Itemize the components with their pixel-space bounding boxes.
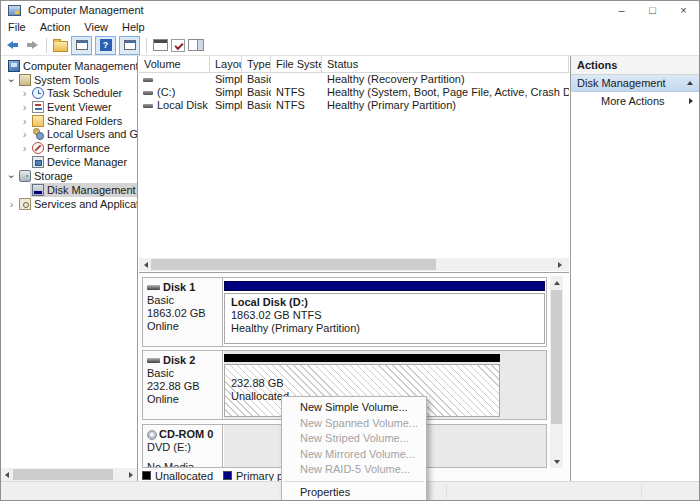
- forward-icon[interactable]: [24, 37, 40, 53]
- cdrom-label-box[interactable]: CD-ROM 0 DVD (E:) No Media: [143, 425, 223, 467]
- console-tree-toggle-button[interactable]: [71, 36, 92, 55]
- users-icon: [32, 128, 44, 140]
- show-hide-button[interactable]: [119, 36, 140, 55]
- arrow-left-icon: [144, 262, 148, 268]
- volume-type: Basic: [242, 86, 271, 99]
- volume-file-system: NTFS: [271, 86, 322, 99]
- chevron-right-icon[interactable]: [19, 116, 30, 127]
- shared-folders-icon: [32, 115, 44, 127]
- column-header-volume[interactable]: Volume: [139, 56, 210, 72]
- computer-icon: [8, 60, 20, 72]
- action-pane-icon[interactable]: [188, 39, 204, 51]
- sidebar-item-performance[interactable]: Performance: [1, 141, 138, 155]
- scroll-right-button[interactable]: [553, 258, 566, 271]
- table-row[interactable]: Local Disk (D:) Simple Basic NTFS Health…: [139, 99, 569, 112]
- title-bar: Computer Management – □ ×: [1, 1, 699, 19]
- menu-help[interactable]: Help: [115, 20, 152, 34]
- sidebar-item-system-tools[interactable]: System Tools: [1, 73, 138, 87]
- volume-file-system: [271, 73, 322, 86]
- column-header-layout[interactable]: Layout: [210, 56, 242, 72]
- scroll-thumb[interactable]: [151, 259, 436, 270]
- primary-partition-swatch: [223, 471, 232, 480]
- sidebar-item-label: Computer Management (Local: [23, 60, 138, 72]
- menu-item-new-simple-volume[interactable]: New Simple Volume...: [282, 400, 426, 416]
- chevron-right-icon[interactable]: [19, 102, 30, 113]
- partition-body[interactable]: Local Disk (D:) 1863.02 GB NTFS Healthy …: [224, 293, 545, 344]
- disk1-partition-area[interactable]: Local Disk (D:) 1863.02 GB NTFS Healthy …: [224, 278, 546, 346]
- volume-type: Basic: [242, 73, 271, 86]
- close-button[interactable]: ×: [668, 1, 699, 19]
- table-row[interactable]: (C:) Simple Basic NTFS Healthy (System, …: [139, 86, 569, 99]
- disk2-label-box[interactable]: Disk 2 Basic 232.88 GB Online: [143, 351, 223, 419]
- window-controls: – □ ×: [606, 1, 699, 19]
- cd-icon: [147, 430, 157, 440]
- menu-action[interactable]: Action: [33, 20, 78, 34]
- sidebar-item-local-users-groups[interactable]: Local Users and Groups: [1, 127, 138, 141]
- event-viewer-icon: [32, 101, 44, 113]
- chevron-right-icon[interactable]: [19, 143, 30, 154]
- chevron-right-icon[interactable]: [19, 88, 30, 99]
- sidebar-item-label: Services and Applications: [34, 198, 138, 210]
- more-actions-item[interactable]: More Actions: [571, 92, 700, 109]
- tree-hscrollbar[interactable]: [1, 468, 137, 481]
- folder-up-icon[interactable]: [53, 41, 68, 52]
- checklist-icon[interactable]: [171, 39, 185, 52]
- menu-view[interactable]: View: [77, 20, 115, 34]
- volume-name: (C:): [157, 86, 175, 99]
- more-actions-label: More Actions: [601, 95, 665, 107]
- column-header-file-system[interactable]: File System: [271, 56, 322, 72]
- app-icon: [8, 5, 21, 16]
- disk-kind: Basic: [147, 294, 219, 307]
- collapse-icon[interactable]: [687, 81, 693, 85]
- sidebar-item-event-viewer[interactable]: Event Viewer: [1, 100, 138, 114]
- toolbar-separator: [146, 38, 147, 53]
- table-row[interactable]: Simple Basic Healthy (Recovery Partition…: [139, 73, 569, 86]
- sidebar-item-services-applications[interactable]: Services and Applications: [1, 197, 138, 211]
- disk1-label-box[interactable]: Disk 1 Basic 1863.02 GB Online: [143, 278, 223, 346]
- menu-item-new-raid5-volume: New RAID-5 Volume...: [282, 462, 426, 478]
- chevron-right-icon[interactable]: [6, 199, 17, 210]
- chevron-down-icon[interactable]: [6, 75, 17, 86]
- popup-window-icon[interactable]: [153, 39, 168, 51]
- scroll-up-button[interactable]: [550, 276, 563, 289]
- disk-state: Online: [147, 320, 219, 333]
- console-tree-panel: Computer Management (Local System Tools …: [1, 56, 138, 481]
- arrow-up-icon: [554, 281, 560, 285]
- sidebar-item-disk-management[interactable]: Disk Management: [1, 183, 138, 197]
- sidebar-item-storage[interactable]: Storage: [1, 169, 138, 183]
- column-header-type[interactable]: Type: [242, 56, 271, 72]
- scroll-right-button[interactable]: [125, 468, 137, 481]
- maximize-button[interactable]: □: [637, 1, 668, 19]
- scroll-left-button[interactable]: [1, 468, 13, 481]
- volume-list-hscrollbar[interactable]: [139, 258, 569, 271]
- help-button[interactable]: ?: [95, 36, 116, 55]
- partition-size: 1863.02 GB NTFS: [231, 309, 538, 322]
- chevron-right-icon[interactable]: [19, 129, 30, 140]
- sidebar-item-computer-management[interactable]: Computer Management (Local: [1, 59, 138, 73]
- legend-label: Unallocated: [155, 470, 213, 482]
- scroll-thumb[interactable]: [551, 290, 562, 424]
- disk-icon: [147, 358, 160, 363]
- column-header-status[interactable]: Status: [322, 56, 569, 72]
- disk-pane-vscrollbar[interactable]: [550, 276, 563, 468]
- menu-item-new-striped-volume: New Striped Volume...: [282, 431, 426, 447]
- unallocated-size: 232.88 GB: [231, 377, 499, 390]
- disk-icon: [147, 285, 160, 290]
- actions-group-disk-management[interactable]: Disk Management: [571, 75, 700, 92]
- menu-file[interactable]: File: [1, 20, 33, 34]
- performance-icon: [32, 142, 44, 154]
- sidebar-item-shared-folders[interactable]: Shared Folders: [1, 114, 138, 128]
- scroll-thumb[interactable]: [13, 469, 113, 480]
- computer-management-window: Computer Management – □ × File Action Vi…: [0, 0, 700, 501]
- chevron-down-icon[interactable]: [6, 171, 17, 182]
- sidebar-item-label: Disk Management: [47, 184, 136, 196]
- minimize-button[interactable]: –: [606, 1, 637, 19]
- actions-group-title: Disk Management: [577, 77, 666, 89]
- sidebar-item-task-scheduler[interactable]: Task Scheduler: [1, 86, 138, 100]
- back-icon[interactable]: [5, 37, 21, 53]
- disk-row-disk1: Disk 1 Basic 1863.02 GB Online Local Dis…: [142, 277, 547, 347]
- volume-layout: Simple: [210, 86, 242, 99]
- scroll-down-button[interactable]: [550, 455, 563, 468]
- sidebar-item-device-manager[interactable]: Device Manager: [1, 155, 138, 169]
- menu-item-properties[interactable]: Properties: [282, 485, 426, 501]
